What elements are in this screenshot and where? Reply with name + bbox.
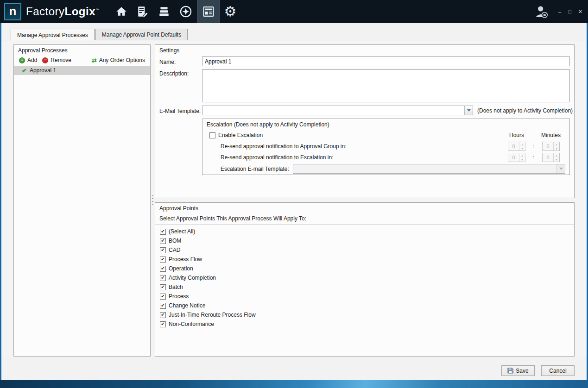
point-label: CAD: [169, 247, 180, 253]
point-row-process-flow[interactable]: Process Flow: [155, 255, 574, 264]
minimize-button[interactable]: –: [558, 9, 561, 14]
spinner-value: 0: [543, 153, 553, 162]
point-row-bom[interactable]: BOM: [155, 236, 574, 245]
titlebar-right: – □ ✕: [533, 4, 588, 19]
spinner-up-icon[interactable]: ▲: [554, 153, 559, 157]
point-row-cad[interactable]: CAD: [155, 245, 574, 255]
resend-approval-group-label: Re-send approval notification to Approva…: [207, 143, 502, 150]
email-template-note: (Does not apply to Activity Completion): [477, 107, 573, 114]
description-input[interactable]: [202, 69, 570, 102]
escalation-hours-spinner[interactable]: 0 ▲▼: [508, 153, 525, 162]
checkbox-icon[interactable]: [160, 284, 166, 290]
enable-escalation-checkbox[interactable]: Enable Escalation: [207, 132, 502, 138]
checkbox-icon[interactable]: [209, 132, 215, 138]
green-check-icon: [22, 68, 27, 74]
splitter-grip-icon: [152, 195, 153, 206]
point-row-jit-reroute[interactable]: Just-In-Time Reroute Process Flow: [155, 310, 574, 319]
gear-icon: ⚙: [224, 5, 237, 19]
save-icon: [507, 368, 513, 374]
point-row-change-notice[interactable]: Change Notice: [155, 301, 574, 310]
window-bottom-border: [0, 380, 588, 388]
tab-strip: Manage Approval Processes Manage Approva…: [1, 23, 587, 40]
spinner-value: 0: [508, 142, 519, 150]
point-label: Activity Completion: [169, 275, 216, 281]
spinner-down-icon[interactable]: ▼: [554, 157, 559, 162]
checkbox-icon[interactable]: [160, 275, 166, 281]
newspaper-icon: [202, 5, 215, 18]
nav-production-button[interactable]: [175, 0, 197, 23]
approval-points-list: (Select All) BOM CAD Process Flow Operat…: [155, 225, 574, 329]
point-label: (Select All): [169, 228, 195, 235]
checkbox-icon[interactable]: [160, 257, 166, 263]
tab-manage-approval-processes[interactable]: Manage Approval Processes: [11, 29, 95, 40]
email-template-dropdown[interactable]: [202, 106, 473, 115]
close-button[interactable]: ✕: [578, 9, 582, 14]
add-button[interactable]: Add: [18, 56, 38, 64]
approval-process-list: Approval 1: [14, 66, 150, 356]
panel-splitter[interactable]: [151, 44, 155, 357]
escalation-template-dropdown[interactable]: [293, 164, 565, 174]
checkbox-icon[interactable]: [160, 229, 166, 235]
spinner-down-icon[interactable]: ▼: [519, 146, 525, 150]
spinner-up-icon[interactable]: ▲: [519, 153, 525, 157]
add-label: Add: [27, 57, 37, 63]
approval-processes-toolbar: Add Remove Any Order Options: [14, 56, 150, 66]
save-button[interactable]: Save: [501, 365, 535, 376]
nav-reports-button[interactable]: [197, 0, 220, 23]
nav-materials-button[interactable]: [153, 0, 175, 23]
spinner-up-icon[interactable]: ▲: [519, 142, 525, 146]
settings-panel: Settings Name: Description: E-Mail Templ…: [155, 44, 575, 198]
escalation-groupbox: Escalation (Does not apply to Activity C…: [202, 119, 570, 175]
escalation-title: Escalation (Does not apply to Activity C…: [202, 119, 569, 130]
checkbox-icon[interactable]: [160, 294, 166, 300]
spinner-up-icon[interactable]: ▲: [554, 142, 559, 146]
nav-settings-button[interactable]: ⚙: [220, 0, 241, 23]
point-row-batch[interactable]: Batch: [155, 282, 574, 292]
escalation-template-dropdown-button[interactable]: [556, 164, 565, 173]
checkbox-icon[interactable]: [160, 312, 166, 318]
point-row-operation[interactable]: Operation: [155, 264, 574, 273]
name-row: Name:: [159, 56, 570, 66]
email-template-value: [202, 106, 464, 115]
app-logo: n: [4, 3, 21, 20]
remove-button[interactable]: Remove: [41, 56, 73, 64]
hours-header: Hours: [502, 132, 531, 138]
spinner-down-icon[interactable]: ▼: [554, 146, 559, 150]
group-hours-spinner[interactable]: 0 ▲▼: [508, 142, 525, 151]
point-row-process[interactable]: Process: [155, 292, 574, 301]
tab-manage-approval-point-defaults[interactable]: Manage Approval Point Defaults: [95, 29, 188, 40]
footer: Save Cancel: [1, 357, 587, 380]
point-row-non-conformance[interactable]: Non-Conformance: [155, 319, 574, 329]
minutes-spinner-cell: 0 ▲▼: [537, 142, 565, 151]
spinner-down-icon[interactable]: ▼: [519, 157, 525, 162]
maximize-button[interactable]: □: [568, 9, 571, 14]
point-label: Process Flow: [169, 256, 202, 263]
name-input[interactable]: [202, 56, 570, 66]
resend-escalation-row: Re-send approval notification to Escalat…: [202, 152, 569, 163]
group-minutes-spinner[interactable]: 0 ▲▼: [542, 142, 560, 151]
spinner-value: 0: [543, 142, 553, 150]
nav-home-button[interactable]: [111, 0, 132, 23]
checkbox-icon[interactable]: [160, 266, 166, 272]
any-order-options-button[interactable]: Any Order Options: [90, 56, 146, 64]
main-nav: ⚙: [111, 0, 241, 23]
approval-points-panel: Approval Points Select Approval Points T…: [155, 202, 575, 357]
email-template-row: E-Mail Template: (Does not apply to Acti…: [159, 106, 570, 115]
logout-user-icon[interactable]: [533, 4, 549, 19]
checkbox-icon[interactable]: [160, 247, 166, 253]
cancel-button[interactable]: Cancel: [541, 365, 575, 376]
time-colon: :: [531, 143, 537, 150]
chevron-down-icon: [467, 109, 471, 112]
app-title: FactoryLogix™: [26, 5, 100, 18]
checkbox-icon[interactable]: [160, 321, 166, 327]
escalation-minutes-spinner[interactable]: 0 ▲▼: [542, 153, 560, 162]
point-row-activity-completion[interactable]: Activity Completion: [155, 273, 574, 282]
nav-engineering-button[interactable]: [132, 0, 153, 23]
checkbox-icon[interactable]: [160, 238, 166, 244]
checkbox-icon[interactable]: [160, 303, 166, 309]
point-row-select-all[interactable]: (Select All): [155, 227, 574, 236]
email-template-dropdown-button[interactable]: [464, 106, 473, 115]
titlebar: n FactoryLogix™: [0, 0, 588, 23]
any-order-icon: [92, 57, 97, 63]
list-item-approval-1[interactable]: Approval 1: [14, 66, 150, 75]
